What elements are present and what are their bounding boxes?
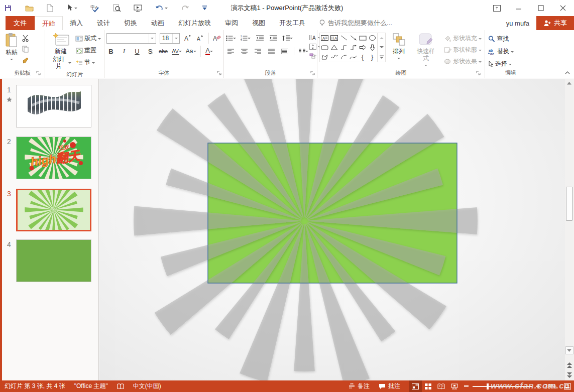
line-spacing-icon[interactable] [282,33,293,43]
tab-home[interactable]: 开始 [35,16,63,30]
user-name[interactable]: yu mufa [506,16,529,30]
increase-indent-icon[interactable] [269,33,278,43]
change-case-button[interactable]: Aa [186,46,196,56]
shape-line-icon[interactable] [339,33,349,43]
tab-insert[interactable]: 插入 [63,16,90,30]
slide-thumbnail-3-selected[interactable]: 3 [16,189,91,231]
shape-vertical-textbox-icon[interactable]: A [329,33,339,43]
arrange-button[interactable]: 排列 [389,32,409,62]
touch-mouse-mode-icon[interactable] [66,4,77,12]
slide-editing-canvas[interactable] [99,79,565,380]
language-indicator[interactable]: 中文(中国) [129,380,166,392]
slide-thumbnail-4[interactable]: 4 [16,239,91,282]
section-button[interactable]: 节 [74,58,102,67]
normal-view-button[interactable] [409,380,422,392]
clipboard-dialog-launcher[interactable] [36,71,42,77]
character-spacing-button[interactable]: AV [172,46,182,56]
zoom-out-icon[interactable] [464,385,469,387]
replace-button[interactable]: abac 替换 [487,47,534,56]
shape-right-brace-icon[interactable]: } [368,52,377,62]
reset-button[interactable]: 重置 [74,46,102,55]
redo-icon[interactable] [181,5,189,12]
gallery-scroll-up-icon[interactable] [378,33,385,43]
slide-sorter-view-button[interactable] [422,380,435,392]
font-color-button[interactable]: A [205,46,214,56]
tab-transitions[interactable]: 切换 [117,16,144,30]
font-size-combo[interactable]: 18 [160,33,180,44]
shape-textbox-icon[interactable]: A [320,33,329,43]
gallery-more-icon[interactable] [378,52,385,62]
minimize-icon[interactable] [508,0,530,16]
start-slideshow-icon[interactable] [134,4,142,12]
columns-icon[interactable] [299,46,308,56]
spelling-check-icon[interactable]: 字A [90,4,99,13]
shrink-font-icon[interactable]: A [196,33,205,43]
slide-counter[interactable]: 幻灯片 第 3 张, 共 4 张 [0,380,70,392]
tab-developer[interactable]: 开发工具 [272,16,312,30]
decrease-indent-icon[interactable] [255,33,264,43]
tab-review[interactable]: 审阅 [218,16,245,30]
shape-fill-button[interactable]: 形状填充 [443,34,483,43]
new-slide-button[interactable]: 新建 幻灯片 [47,32,74,71]
align-center-icon[interactable] [240,46,249,56]
numbering-icon[interactable]: 123 [241,33,251,43]
bullets-icon[interactable] [226,33,236,43]
font-name-combo[interactable] [106,33,156,44]
notes-toggle[interactable]: 备注 [344,380,374,392]
scrollbar-thumb[interactable] [566,187,572,221]
collapse-ribbon-icon[interactable] [565,71,570,74]
share-button[interactable]: 共享 [536,16,574,30]
tab-file[interactable]: 文件 [6,16,35,30]
shape-elbow-arrow-icon[interactable] [349,43,358,52]
shape-right-arrow-icon[interactable] [358,43,368,52]
font-dialog-launcher[interactable] [217,71,223,77]
copy-icon[interactable] [21,45,30,53]
reading-view-button[interactable] [435,380,448,392]
align-right-icon[interactable] [253,46,262,56]
italic-button[interactable]: I [120,46,129,56]
clear-formatting-icon[interactable]: A [212,33,221,43]
zoom-slider-thumb[interactable] [487,383,489,389]
shape-left-brace-icon[interactable]: { [358,52,368,62]
shape-outline-button[interactable]: 形状轮廓 [443,45,483,55]
previous-slide-icon[interactable] [565,361,573,368]
shape-freeform-icon[interactable] [320,52,329,62]
text-shadow-button[interactable]: S [146,46,155,56]
format-painter-icon[interactable] [21,56,30,64]
shape-rounded-rectangle-icon[interactable] [320,43,329,52]
ribbon-display-options-icon[interactable] [486,0,508,16]
distribute-icon[interactable] [280,46,289,56]
tab-animations[interactable]: 动画 [144,16,171,30]
slide-thumbnail-2[interactable]: 2 狂欢 high翻天 [16,137,91,179]
close-icon[interactable] [552,0,574,16]
slideshow-view-button[interactable] [448,380,461,392]
tab-slideshow[interactable]: 幻灯片放映 [171,16,218,30]
gallery-scroll-down-icon[interactable] [378,43,385,52]
strikethrough-button[interactable]: abc [159,46,168,56]
save-icon[interactable] [4,4,12,12]
print-preview-icon[interactable] [112,4,121,12]
customize-qat-icon[interactable] [202,5,207,11]
align-left-icon[interactable] [226,46,235,56]
justify-icon[interactable] [267,46,276,56]
open-icon[interactable] [25,5,34,12]
tab-design[interactable]: 设计 [90,16,117,30]
undo-icon[interactable] [155,5,168,12]
grow-font-icon[interactable]: A [183,33,192,43]
paste-dropdown[interactable] [10,59,13,62]
find-button[interactable]: 查找 [487,34,534,44]
layout-button[interactable]: 版式 [74,34,102,43]
theme-name[interactable]: "Office 主题" [70,380,112,392]
quick-styles-button[interactable]: 快速样式 [412,32,440,69]
scroll-up-icon[interactable] [565,79,573,87]
shape-triangle-icon[interactable] [329,43,339,52]
maximize-icon[interactable] [530,0,552,16]
shape-rectangle-icon[interactable] [358,33,368,43]
comments-toggle[interactable]: 批注 [374,380,405,392]
bold-button[interactable]: B [106,46,116,56]
underline-button[interactable]: U [133,46,142,56]
drawing-dialog-launcher[interactable] [476,71,482,77]
shape-elbow-connector-icon[interactable] [339,43,349,52]
paste-button[interactable]: 粘贴 [2,32,21,63]
shape-curve-icon[interactable] [349,52,358,62]
